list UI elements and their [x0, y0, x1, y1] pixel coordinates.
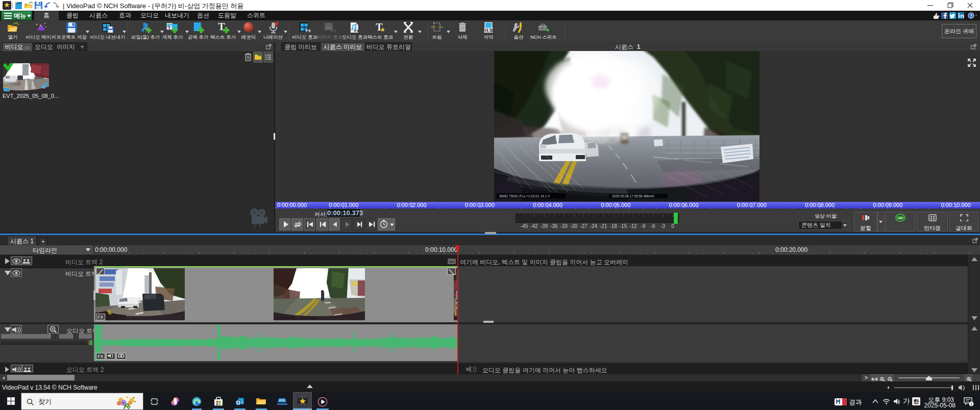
svg-text:FX: FX	[331, 29, 336, 33]
svg-text:FX: FX	[354, 29, 360, 33]
svg-text:360: 360	[898, 217, 902, 220]
svg-text:1: 1	[970, 402, 973, 406]
svg-text:SUB: SUB	[483, 28, 494, 33]
svg-text:?: ?	[970, 13, 973, 18]
svg-text:FX: FX	[306, 29, 311, 33]
svg-text:T: T	[168, 25, 171, 30]
svg-text:9W62 7500C-FLo +1:02:01 14.1: 9W62 7500C-FLo +1:02:01 14.1 V	[499, 194, 550, 198]
svg-text:2025.05.08 17:35:56 46km/h: 2025.05.08 17:35:56 46km/h	[612, 194, 654, 198]
